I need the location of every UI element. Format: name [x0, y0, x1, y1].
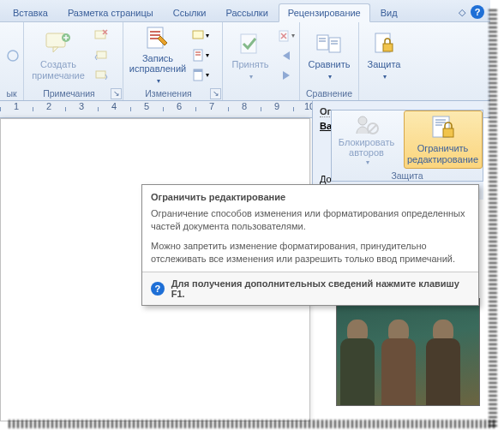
ribbon-collapse-icon[interactable]: ◇ [453, 3, 471, 21]
svg-rect-4 [97, 51, 106, 58]
comment-next-icon [94, 69, 108, 82]
tab-references[interactable]: Ссылки [164, 3, 216, 21]
reject-icon [278, 29, 290, 43]
comments-dialog-launcher[interactable]: ↘ [111, 88, 122, 99]
figure-person [375, 320, 423, 405]
tab-view[interactable]: Вид [371, 3, 407, 21]
svg-point-18 [368, 123, 378, 134]
figure-person [419, 320, 467, 405]
svg-point-2 [62, 33, 70, 42]
track-changes-label: Запись исправлений ▾ [129, 53, 186, 86]
ruler-tick: 2 [33, 101, 65, 111]
new-comment-button: Создать примечание [27, 27, 89, 85]
reviewing-pane-button[interactable]: ▾ [191, 66, 210, 85]
svg-rect-14 [329, 38, 340, 52]
tooltip-title: Ограничить редактирование [142, 185, 478, 206]
help-icon[interactable]: ? [471, 5, 484, 19]
tooltip: Ограничить редактирование Ограничение сп… [141, 184, 479, 306]
delete-comment-button [92, 27, 111, 45]
tooltip-body: Можно запретить изменение форматирования… [151, 240, 470, 266]
ruler-tick: 7 [195, 101, 228, 111]
svg-rect-7 [193, 31, 203, 39]
display-markup-button[interactable]: ▾ [191, 27, 210, 45]
show-markup-button[interactable]: ▾ [191, 46, 210, 65]
document-image [336, 298, 480, 406]
ribbon: ык Создать примечание Примечания ↘ Запис… [0, 22, 490, 101]
group-label-language: ык [3, 87, 20, 100]
svg-rect-5 [96, 71, 105, 78]
ruler-tick: 1 [0, 101, 33, 111]
globe-icon [6, 49, 20, 63]
svg-rect-11 [241, 34, 256, 53]
svg-rect-12 [279, 31, 288, 41]
accept-icon [237, 30, 264, 57]
svg-rect-3 [95, 31, 105, 39]
tab-insert[interactable]: Вставка [3, 3, 57, 21]
ruler-tick: 8 [228, 101, 261, 111]
accept-button: Принять▾ [226, 27, 274, 85]
protect-label: Защита▾ [368, 59, 401, 81]
restrict-editing-label: Ограничить редактирование [406, 143, 480, 164]
group-label-changes [226, 87, 296, 100]
comment-delete-icon [94, 29, 108, 43]
group-label-tracking: Изменения [127, 87, 210, 100]
reviewing-pane-icon [192, 69, 204, 82]
group-label-comments: Примечания [27, 87, 111, 100]
next-change-button [277, 66, 296, 85]
tooltip-footer: Для получения дополнительных сведений на… [171, 278, 470, 299]
next-change-icon [279, 69, 293, 82]
prev-change-icon [279, 49, 293, 63]
ruler-tick: 9 [261, 101, 293, 111]
ribbon-tabs: Вставка Разметка страницы Ссылки Рассылк… [0, 0, 490, 22]
prev-comment-button [92, 46, 111, 65]
comment-new-icon [45, 30, 72, 57]
tab-review[interactable]: Рецензирование [279, 3, 370, 22]
ruler-tick: 3 [65, 101, 98, 111]
reject-button: ▾ [277, 27, 296, 45]
tab-mailings[interactable]: Рассылки [216, 3, 277, 21]
track-changes-icon [144, 26, 171, 51]
svg-point-0 [8, 51, 18, 61]
language-button [3, 46, 22, 65]
track-changes-button[interactable]: Запись исправлений ▾ [127, 27, 189, 85]
svg-rect-20 [443, 128, 453, 137]
prev-change-button [277, 46, 296, 65]
tracking-dialog-launcher[interactable]: ↘ [210, 88, 221, 99]
protect-button[interactable]: Защита▾ [363, 27, 405, 85]
protect-dropdown: Блокировать авторов▾ Ограничить редактир… [331, 110, 483, 182]
help-icon: ? [151, 282, 165, 296]
restrict-editing-icon [429, 114, 457, 141]
tooltip-body: Ограничение способов изменения или форма… [151, 207, 470, 233]
svg-rect-16 [383, 44, 393, 51]
block-authors-button: Блокировать авторов▾ [333, 110, 401, 169]
ruler-tick: 6 [163, 101, 195, 111]
next-comment-button [92, 66, 111, 85]
protect-icon [370, 30, 398, 57]
restrict-editing-button[interactable]: Ограничить редактирование [404, 110, 483, 169]
block-authors-icon [353, 113, 381, 135]
group-label-compare: Сравнение [303, 87, 355, 100]
compare-label: Сравнить▾ [308, 59, 350, 81]
svg-rect-10 [194, 69, 202, 72]
compare-icon [315, 30, 343, 57]
svg-point-17 [358, 116, 367, 125]
svg-rect-1 [46, 33, 65, 47]
page-markup-icon [192, 49, 204, 63]
new-comment-label: Создать примечание [30, 59, 87, 81]
balloons-icon [192, 29, 204, 43]
svg-rect-13 [317, 35, 328, 50]
group-label-protect: Защита [332, 169, 483, 182]
compare-button[interactable]: Сравнить▾ [303, 27, 355, 85]
tab-layout[interactable]: Разметка страницы [58, 3, 163, 21]
comment-prev-icon [94, 49, 108, 63]
accept-label: Принять▾ [232, 59, 269, 81]
ruler-tick: 5 [130, 101, 163, 111]
block-authors-label: Блокировать авторов [335, 137, 399, 158]
ruler-tick: 4 [98, 101, 130, 111]
